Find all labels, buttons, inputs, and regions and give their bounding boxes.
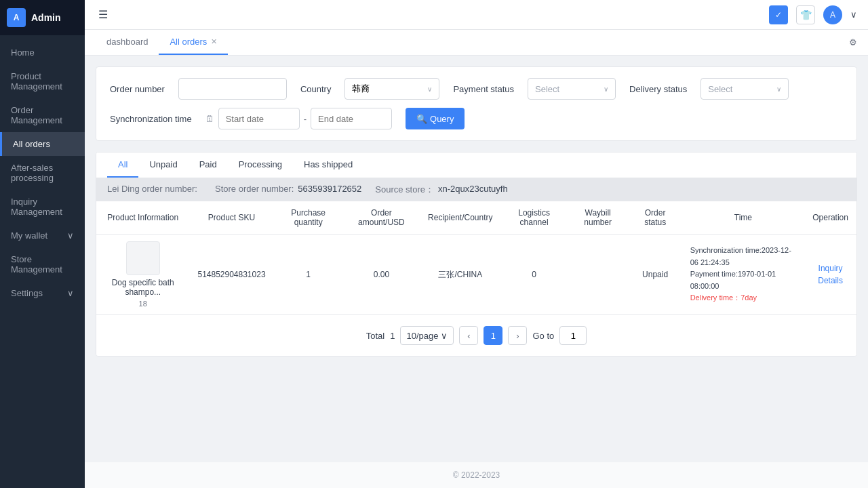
order-number-label: Order number	[110, 84, 165, 94]
goto-input[interactable]	[559, 326, 587, 345]
col-time: Time	[682, 201, 805, 235]
page-1-button[interactable]: 1	[484, 326, 502, 345]
main-content: ☰ ✓ 👕 A ∨ dashboard All orders ✕ ⚙	[85, 0, 868, 488]
sidebar-item-settings[interactable]: Settings ∨	[0, 281, 85, 305]
filter-card: Order number Country 韩裔 ∨ Payment status…	[96, 66, 857, 141]
details-link[interactable]: Details	[818, 276, 843, 285]
sync-time-label: Synchronization time	[110, 114, 192, 124]
cell-order-status: Unpaid	[629, 235, 682, 315]
col-order-amount: Order amount/USD	[343, 201, 420, 235]
col-logistics: Logistics channel	[501, 201, 568, 235]
inquiry-link[interactable]: Inquiry	[818, 264, 843, 273]
page-size-select[interactable]: 10/page ∨	[400, 326, 454, 345]
store-order-number: Store order number: 5635939172652	[215, 184, 361, 196]
content-area: Order number Country 韩裔 ∨ Payment status…	[85, 56, 868, 462]
chevron-down-icon: ∨	[441, 331, 448, 341]
col-product-sku: Product SKU	[189, 201, 273, 235]
payment-time-row: Payment time:1970-01-01 08:00:00	[690, 268, 797, 292]
cell-operation: Inquiry Details	[804, 235, 856, 315]
footer: © 2022-2023	[85, 462, 868, 488]
total-label: Total	[366, 331, 384, 341]
payment-status-select[interactable]: Select ∨	[528, 78, 616, 100]
orders-card: All Unpaid Paid Processing Has shipped L…	[96, 152, 857, 357]
tab-all-orders[interactable]: All orders ✕	[159, 30, 228, 55]
filter-row-1: Order number Country 韩裔 ∨ Payment status…	[110, 78, 843, 100]
cell-time: Synchronization time:2023-12-06 21:24:35…	[682, 235, 805, 315]
chevron-down-icon: ∨	[67, 230, 74, 241]
col-order-status: Order status	[629, 201, 682, 235]
sidebar-item-after-sales[interactable]: After-sales processing	[0, 156, 85, 190]
sidebar-item-store-management[interactable]: Store Management	[0, 247, 85, 281]
sidebar-item-product-management[interactable]: Product Management	[0, 64, 85, 98]
sidebar-item-home[interactable]: Home	[0, 41, 85, 64]
sync-time-row: Synchronization time:2023-12-06 21:24:35	[690, 245, 797, 268]
chevron-down-icon: ∨	[604, 85, 608, 93]
product-info-cell: Dog specific bath shampo... 18	[104, 241, 181, 308]
query-button[interactable]: 🔍 Query	[406, 108, 465, 129]
sidebar-nav: Home Product Management Order Management…	[0, 35, 85, 488]
tab-settings-icon[interactable]: ⚙	[849, 37, 857, 47]
col-waybill: Waybill number	[568, 201, 629, 235]
cell-product-info: Dog specific bath shampo... 18	[96, 235, 189, 315]
sidebar-header: A Admin	[0, 0, 85, 35]
table-row: Dog specific bath shampo... 18 514852904…	[96, 235, 856, 315]
chevron-down-icon: ∨	[427, 85, 432, 93]
cell-product-sku: 514852904831023	[189, 235, 273, 315]
shirt-icon[interactable]: 👕	[796, 5, 815, 24]
sidebar-item-my-wallet[interactable]: My wallet ∨	[0, 224, 85, 247]
chevron-down-icon: ∨	[67, 288, 74, 298]
next-page-button[interactable]: ›	[508, 326, 527, 345]
status-tabs: All Unpaid Paid Processing Has shipped	[96, 152, 856, 178]
lei-ding-order-number: Lei Ding order number:	[107, 184, 201, 196]
status-tab-all[interactable]: All	[107, 152, 138, 178]
copyright-text: © 2022-2023	[453, 470, 500, 480]
country-select[interactable]: 韩裔 ∨	[344, 78, 439, 100]
date-range: 🗓 -	[205, 108, 392, 129]
tab-close-icon[interactable]: ✕	[211, 37, 217, 46]
order-number-input[interactable]	[178, 78, 287, 100]
status-tab-paid[interactable]: Paid	[189, 152, 228, 178]
tab-bar: dashboard All orders ✕ ⚙	[85, 30, 868, 56]
pagination: Total 1 10/page ∨ ‹ 1 › Go to	[96, 314, 856, 356]
col-operation: Operation	[804, 201, 856, 235]
user-dropdown[interactable]: ∨	[850, 9, 857, 20]
payment-status-label: Payment status	[453, 84, 514, 94]
delivery-status-select[interactable]: Select ∨	[701, 78, 789, 100]
col-recipient: Recipient/Country	[420, 201, 500, 235]
cell-recipient: 三张/CHINA	[420, 235, 500, 315]
sidebar-item-all-orders[interactable]: All orders	[0, 132, 85, 156]
sidebar-title: Admin	[31, 12, 61, 23]
chevron-down-icon: ∨	[776, 85, 781, 93]
tab-dashboard[interactable]: dashboard	[96, 30, 159, 55]
status-tab-has-shipped[interactable]: Has shipped	[293, 152, 363, 178]
avatar[interactable]: A	[823, 5, 842, 24]
source-store: Source store： xn-2qux23cutuyfh	[375, 184, 507, 196]
orders-table-container: Product Information Product SKU Purchase…	[96, 201, 856, 314]
search-icon: 🔍	[416, 114, 427, 124]
cell-logistics: 0	[501, 235, 568, 315]
start-date-input[interactable]	[218, 108, 300, 129]
delivery-time-row: Delivery time：7day	[690, 292, 797, 304]
notification-icon[interactable]: ✓	[769, 5, 788, 24]
col-product-info: Product Information	[96, 201, 189, 235]
chevron-down-icon: ∨	[850, 9, 857, 20]
calendar-icon: 🗓	[205, 114, 214, 124]
sidebar-item-order-management[interactable]: Order Management	[0, 98, 85, 132]
orders-table: Product Information Product SKU Purchase…	[96, 201, 856, 314]
end-date-input[interactable]	[311, 108, 392, 129]
hamburger-icon[interactable]: ☰	[96, 5, 111, 24]
sidebar-item-inquiry-management[interactable]: Inquiry Management	[0, 190, 85, 224]
status-tab-unpaid[interactable]: Unpaid	[138, 152, 188, 178]
country-label: Country	[300, 84, 332, 94]
sidebar: A Admin Home Product Management Order Ma…	[0, 0, 85, 488]
topbar: ☰ ✓ 👕 A ∨	[85, 0, 868, 30]
topbar-right: ✓ 👕 A ∨	[769, 5, 857, 24]
tabs-container: dashboard All orders ✕	[96, 30, 228, 55]
prev-page-button[interactable]: ‹	[459, 326, 478, 345]
status-tab-processing[interactable]: Processing	[228, 152, 293, 178]
order-info-header: Lei Ding order number: Store order numbe…	[96, 178, 856, 201]
col-purchase-qty: Purchase quantity	[274, 201, 343, 235]
orders-section: All Unpaid Paid Processing Has shipped L…	[96, 152, 857, 357]
time-details: Synchronization time:2023-12-06 21:24:35…	[690, 245, 797, 304]
sidebar-logo: A	[7, 8, 26, 27]
